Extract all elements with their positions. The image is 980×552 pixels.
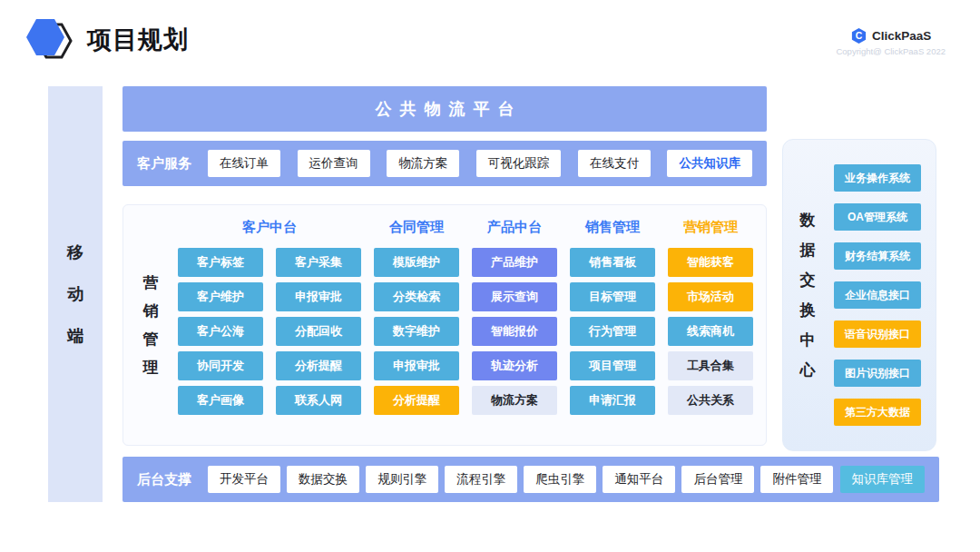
matrix-cell: 智能获客 bbox=[668, 248, 753, 277]
left-rail-label-char: 动 bbox=[67, 283, 83, 305]
matrix-cell: 线索商机 bbox=[668, 317, 753, 346]
data-exchange-panel: 数据交换中心 业务操作系统OA管理系统财务结算系统企业信息接口语音识别接口图片识… bbox=[782, 139, 936, 451]
left-rail-label-char: 移 bbox=[67, 242, 83, 263]
exchange-side-label-char: 心 bbox=[800, 360, 816, 380]
matrix-column-header: 合同管理 bbox=[374, 217, 459, 237]
matrix-cell: 智能报价 bbox=[472, 317, 557, 346]
matrix-side-label: 营销管理 bbox=[123, 205, 178, 445]
backend-support-item: 爬虫引擎 bbox=[524, 466, 596, 493]
exchange-item: OA管理系统 bbox=[834, 203, 921, 231]
matrix-cell: 工具合集 bbox=[668, 351, 753, 380]
matrix-cell: 公共关系 bbox=[668, 386, 753, 415]
exchange-side-label-char: 中 bbox=[800, 330, 816, 350]
marketing-matrix-card: 营销管理 客户中台合同管理产品中台销售管理营销管理 客户标签客户采集模版维护产品… bbox=[122, 204, 767, 446]
matrix-cell: 行为管理 bbox=[570, 317, 655, 346]
backend-support-label: 后台支撑 bbox=[137, 471, 191, 488]
customer-service-item: 在线支付 bbox=[578, 150, 651, 177]
matrix-cell: 申请汇报 bbox=[570, 386, 655, 415]
customer-service-item: 物流方案 bbox=[387, 150, 459, 177]
customer-service-bar: 客户服务 在线订单运价查询物流方案可视化跟踪在线支付公共知识库 bbox=[122, 141, 767, 186]
svg-text:C: C bbox=[856, 31, 863, 41]
customer-service-item: 在线订单 bbox=[208, 150, 280, 177]
backend-support-item: 知识库管理 bbox=[840, 466, 926, 493]
top-banner-title: 公共物流平台 bbox=[368, 98, 523, 120]
brand-name: ClickPaaS bbox=[872, 29, 931, 43]
matrix-cell: 客户公海 bbox=[178, 317, 263, 346]
matrix-cell: 客户采集 bbox=[276, 248, 361, 277]
project-plan-diagram: 项目规划 C ClickPaaS Copyright@ ClickPaaS 20… bbox=[0, 0, 980, 552]
backend-support-item: 通知平台 bbox=[603, 466, 675, 493]
customer-service-item: 可视化跟踪 bbox=[476, 150, 562, 177]
matrix-cell: 客户画像 bbox=[178, 386, 263, 415]
backend-support-item: 规则引擎 bbox=[366, 466, 438, 493]
top-banner: 公共物流平台 bbox=[122, 86, 767, 132]
exchange-item: 图片识别接口 bbox=[834, 360, 921, 387]
matrix-cell: 市场活动 bbox=[668, 282, 753, 311]
left-rail-label-char: 端 bbox=[67, 325, 83, 347]
customer-service-item: 公共知识库 bbox=[667, 150, 752, 177]
matrix-cell: 分配回收 bbox=[276, 317, 361, 346]
matrix-cell: 申报审批 bbox=[374, 351, 459, 380]
brand-block: C ClickPaaS Copyright@ ClickPaaS 2022 bbox=[836, 27, 946, 56]
hexagon-logo-icon bbox=[24, 15, 74, 64]
matrix-cell: 客户标签 bbox=[178, 248, 263, 277]
matrix-cell: 展示查询 bbox=[472, 282, 557, 311]
backend-support-items: 开发平台数据交换规则引擎流程引擎爬虫引擎通知平台后台管理附件管理知识库管理 bbox=[208, 466, 925, 493]
matrix-cell: 销售看板 bbox=[570, 248, 655, 277]
exchange-side-label: 数据交换中心 bbox=[783, 140, 832, 450]
matrix-cell: 分类检索 bbox=[374, 282, 459, 311]
customer-service-item: 运价查询 bbox=[298, 150, 370, 177]
matrix-cell: 客户维护 bbox=[178, 282, 263, 311]
page-title: 项目规划 bbox=[87, 24, 189, 56]
exchange-item: 企业信息接口 bbox=[834, 281, 921, 309]
backend-support-item: 开发平台 bbox=[208, 466, 280, 493]
matrix-cell: 目标管理 bbox=[570, 282, 655, 311]
matrix-cell: 数字维护 bbox=[374, 317, 459, 346]
backend-support-item: 附件管理 bbox=[760, 466, 833, 493]
customer-service-items: 在线订单运价查询物流方案可视化跟踪在线支付公共知识库 bbox=[208, 150, 752, 177]
matrix-side-label-char: 管 bbox=[143, 329, 159, 350]
matrix-column-header: 产品中台 bbox=[472, 217, 557, 237]
backend-support-item: 数据交换 bbox=[287, 466, 359, 493]
exchange-items: 业务操作系统OA管理系统财务结算系统企业信息接口语音识别接口图片识别接口第三方大… bbox=[834, 140, 921, 450]
backend-support-item: 后台管理 bbox=[681, 466, 754, 493]
clickpaas-logo-icon: C bbox=[850, 27, 867, 44]
matrix-cell: 分析提醒 bbox=[276, 351, 361, 380]
matrix-column-headers: 客户中台合同管理产品中台销售管理营销管理 bbox=[178, 217, 753, 237]
matrix-side-label-char: 销 bbox=[143, 301, 159, 321]
matrix-cell: 协同开发 bbox=[178, 351, 263, 380]
exchange-item: 第三方大数据 bbox=[834, 399, 921, 426]
backend-support-bar: 后台支撑 开发平台数据交换规则引擎流程引擎爬虫引擎通知平台后台管理附件管理知识库… bbox=[122, 457, 939, 502]
exchange-side-label-char: 据 bbox=[800, 240, 816, 261]
exchange-item: 语音识别接口 bbox=[834, 320, 921, 348]
customer-service-label: 客户服务 bbox=[137, 155, 191, 172]
matrix-cell: 模版维护 bbox=[374, 248, 459, 277]
matrix-side-label-char: 营 bbox=[143, 272, 159, 293]
exchange-item: 业务操作系统 bbox=[834, 164, 921, 192]
matrix-side-label-char: 理 bbox=[143, 357, 159, 378]
matrix-grid: 客户标签客户采集模版维护产品维护销售看板智能获客客户维护申报审批分类检索展示查询… bbox=[178, 248, 753, 415]
matrix-cell: 申报审批 bbox=[276, 282, 361, 311]
exchange-side-label-char: 换 bbox=[800, 300, 816, 320]
brand-copyright: Copyright@ ClickPaaS 2022 bbox=[836, 46, 946, 56]
exchange-side-label-char: 交 bbox=[800, 270, 816, 291]
matrix-cell: 分析提醒 bbox=[374, 386, 459, 415]
matrix-cell: 产品维护 bbox=[472, 248, 557, 277]
matrix-cell: 项目管理 bbox=[570, 351, 655, 380]
matrix-column-header: 客户中台 bbox=[178, 217, 361, 237]
exchange-side-label-char: 数 bbox=[800, 210, 816, 231]
exchange-item: 财务结算系统 bbox=[834, 242, 921, 270]
matrix-cell: 物流方案 bbox=[472, 386, 557, 415]
left-rail-mobile: 移动端 bbox=[48, 86, 103, 502]
backend-support-item: 流程引擎 bbox=[445, 466, 517, 493]
matrix-cell: 联系人网 bbox=[276, 386, 361, 415]
matrix-column-header: 销售管理 bbox=[570, 217, 655, 237]
matrix-column-header: 营销管理 bbox=[668, 217, 753, 237]
matrix-cell: 轨迹分析 bbox=[472, 351, 557, 380]
